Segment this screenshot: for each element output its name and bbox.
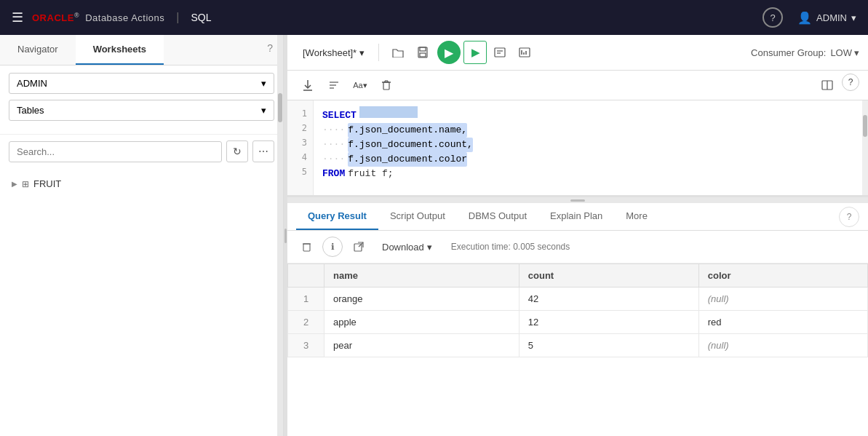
info-button[interactable]: ℹ bbox=[322, 237, 343, 257]
cell-count-3: 5 bbox=[519, 334, 698, 357]
tree-arrow-icon: ▶ bbox=[12, 180, 17, 188]
svg-line-23 bbox=[359, 242, 363, 247]
svg-rect-2 bbox=[420, 53, 426, 57]
object-type-chevron: ▾ bbox=[261, 105, 266, 116]
sql-editor: 1 2 3 4 5 SELECT ···· f.json_document.na… bbox=[287, 100, 868, 197]
row-num-1: 1 bbox=[288, 288, 324, 311]
code-field-name: f.json_document.name, bbox=[348, 123, 467, 138]
line-num-3: 3 bbox=[287, 135, 313, 150]
code-line-5: FROM fruit f; bbox=[322, 167, 859, 181]
field-from-table: fruit f; bbox=[348, 167, 393, 181]
worksheet-selector[interactable]: [Worksheet]* ▾ bbox=[296, 44, 371, 62]
user-menu[interactable]: 👤 ADMIN ▾ bbox=[797, 11, 856, 25]
select-highlight bbox=[359, 106, 418, 118]
tree-item-label: FRUIT bbox=[33, 178, 61, 189]
font-size-button[interactable]: Aa▾ bbox=[349, 74, 372, 97]
tab-explain-plan[interactable]: Explain Plan bbox=[538, 203, 614, 230]
consumer-group-label: Consumer Group: bbox=[751, 47, 826, 58]
cell-color-2: red bbox=[698, 311, 867, 334]
explain-button[interactable] bbox=[488, 41, 511, 64]
tab-worksheets[interactable]: Worksheets bbox=[76, 35, 164, 65]
left-panel: Navigator Worksheets ? ADMIN ▾ Tables ▾ … bbox=[0, 35, 284, 436]
table-row: 1 orange 42 (null) bbox=[288, 288, 868, 311]
tree-item-fruit[interactable]: ▶ ⊞ FRUIT bbox=[0, 174, 283, 194]
run-button[interactable]: ▶ bbox=[437, 41, 461, 64]
save-button[interactable] bbox=[411, 41, 434, 64]
col-header-name[interactable]: name bbox=[324, 264, 519, 288]
cell-color-1: (null) bbox=[698, 288, 867, 311]
schema-label: ADMIN bbox=[17, 78, 47, 89]
topbar-right: ? 👤 ADMIN ▾ bbox=[763, 7, 856, 28]
drag-handle[interactable] bbox=[287, 197, 868, 203]
line-numbers: 1 2 3 4 5 bbox=[287, 100, 314, 195]
consumer-group-value: LOW bbox=[830, 47, 852, 58]
refresh-button[interactable]: ↻ bbox=[226, 140, 248, 162]
schema-dropdown[interactable]: ADMIN ▾ bbox=[9, 73, 274, 94]
tab-navigator[interactable]: Navigator bbox=[0, 35, 76, 65]
search-bar: ↻ ⋯ bbox=[0, 135, 283, 168]
search-input[interactable] bbox=[9, 141, 222, 162]
delete-result-button[interactable] bbox=[296, 237, 316, 257]
toolbar-divider1 bbox=[378, 44, 379, 61]
more-button[interactable]: ⋯ bbox=[252, 140, 274, 162]
menu-icon[interactable]: ☰ bbox=[12, 9, 23, 25]
user-chevron: ▾ bbox=[851, 12, 856, 23]
scroll-thumb bbox=[278, 93, 282, 122]
data-table: name count color 1 orange 42 (null) bbox=[287, 263, 868, 357]
svg-rect-6 bbox=[519, 48, 530, 57]
separator: | bbox=[176, 11, 179, 24]
code-line-1: SELECT bbox=[322, 106, 859, 123]
result-panel: Query Result Script Output DBMS Output E… bbox=[287, 203, 868, 436]
format-button[interactable] bbox=[322, 74, 346, 97]
cell-color-3: (null) bbox=[698, 334, 867, 357]
nav-tabs: Navigator Worksheets ? bbox=[0, 35, 283, 66]
code-area[interactable]: SELECT ···· f.json_document.name, ···· f… bbox=[314, 100, 868, 195]
oracle-logo: ORACLE® Database Actions bbox=[32, 12, 164, 23]
schema-selector: ADMIN ▾ Tables ▾ bbox=[0, 66, 283, 135]
right-panel: [Worksheet]* ▾ ▶ ▶ bbox=[287, 35, 868, 436]
line-num-2: 2 bbox=[287, 121, 313, 135]
indent-dots-4: ···· bbox=[322, 152, 345, 167]
indent-dots-3: ···· bbox=[322, 138, 345, 152]
download-label: Download bbox=[382, 242, 424, 253]
scrollbar[interactable] bbox=[277, 35, 283, 436]
keyword-from: FROM bbox=[322, 167, 345, 181]
run-actions: ▶ bbox=[463, 41, 536, 64]
help-editor-button[interactable]: ? bbox=[842, 74, 859, 91]
open-folder-button[interactable] bbox=[386, 41, 410, 64]
cell-name-1: orange bbox=[324, 288, 519, 311]
open-tab-button[interactable] bbox=[349, 237, 369, 257]
object-type-label: Tables bbox=[17, 105, 44, 116]
code-field-color: f.json_document.color bbox=[348, 152, 467, 167]
object-type-dropdown[interactable]: Tables ▾ bbox=[9, 100, 274, 121]
topbar: ☰ ORACLE® Database Actions | SQL ? 👤 ADM… bbox=[0, 0, 868, 35]
delete-button[interactable] bbox=[375, 74, 398, 97]
line-num-5: 5 bbox=[287, 165, 313, 179]
resize-dots bbox=[284, 229, 287, 243]
cell-name-3: pear bbox=[324, 334, 519, 357]
tab-script-output[interactable]: Script Output bbox=[378, 203, 457, 230]
execution-time: Execution time: 0.005 seconds bbox=[451, 242, 570, 252]
download-chevron: ▾ bbox=[427, 242, 432, 253]
run-script-button[interactable]: ▶ bbox=[463, 41, 487, 64]
editor-scroll-thumb bbox=[863, 115, 867, 137]
tab-query-result[interactable]: Query Result bbox=[296, 203, 378, 230]
line-num-1: 1 bbox=[287, 106, 313, 121]
result-help-icon[interactable]: ? bbox=[839, 207, 859, 227]
col-header-count[interactable]: count bbox=[519, 264, 698, 288]
tab-more[interactable]: More bbox=[614, 203, 659, 230]
result-toolbar: ℹ Download ▾ Execution time: 0.005 secon… bbox=[287, 231, 868, 263]
consumer-group-selector[interactable]: LOW ▾ bbox=[830, 47, 859, 58]
help-icon[interactable]: ? bbox=[763, 7, 783, 28]
data-table-wrap: name count color 1 orange 42 (null) bbox=[287, 263, 868, 436]
col-header-color[interactable]: color bbox=[698, 264, 867, 288]
editor-scrollbar[interactable] bbox=[862, 100, 868, 195]
download-toolbar-button[interactable] bbox=[296, 74, 319, 97]
autotrace-button[interactable] bbox=[513, 41, 536, 64]
split-view-button[interactable] bbox=[816, 74, 839, 97]
main-layout: Navigator Worksheets ? ADMIN ▾ Tables ▾ … bbox=[0, 35, 868, 436]
tab-dbms-output[interactable]: DBMS Output bbox=[457, 203, 538, 230]
code-line-4: ···· f.json_document.color bbox=[322, 152, 859, 167]
download-button[interactable]: Download ▾ bbox=[375, 239, 439, 255]
svg-rect-15 bbox=[383, 82, 389, 90]
